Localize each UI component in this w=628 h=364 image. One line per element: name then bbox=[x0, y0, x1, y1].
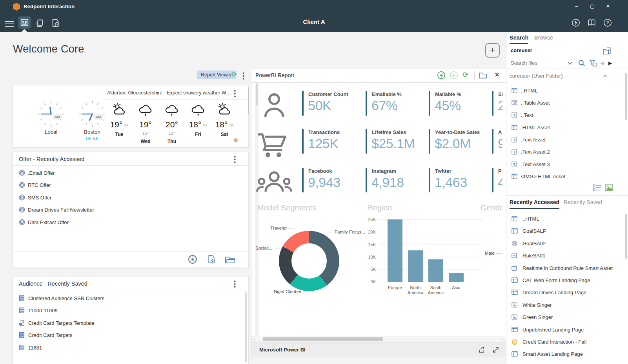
list-item[interactable]: GoalSA02 bbox=[512, 239, 546, 247]
close-report-icon[interactable]: ✕ bbox=[495, 71, 500, 78]
back-icon[interactable] bbox=[437, 71, 446, 80]
refresh-report-icon[interactable]: ⟳ bbox=[462, 71, 468, 79]
minimize-button[interactable]: – bbox=[571, 3, 582, 9]
weather-menu-icon[interactable]: ••• bbox=[234, 89, 236, 98]
weather-day: 19° 9° Tue bbox=[109, 103, 129, 137]
library-book-icon[interactable] bbox=[587, 18, 596, 27]
list-item[interactable]: GoalSALP bbox=[512, 227, 546, 235]
account-input[interactable] bbox=[510, 47, 598, 54]
report-scrollbar-thumb[interactable] bbox=[256, 83, 258, 105]
hscrollbar-track[interactable]: ‹ › bbox=[251, 336, 506, 342]
list-item-label: GoalSALP bbox=[522, 228, 546, 234]
list-item-label: Dream Drives Landing Page bbox=[522, 290, 586, 295]
list-item[interactable]: Credit Card Targets bbox=[19, 331, 72, 339]
list-item[interactable]: <IMG> HTML Asset bbox=[512, 172, 566, 180]
bar-chart-title: Region bbox=[367, 203, 392, 212]
thumbnail-view-icon[interactable] bbox=[605, 184, 613, 191]
model-segments-donut[interactable] bbox=[279, 231, 339, 291]
sidebar-scrollbar[interactable] bbox=[625, 73, 627, 120]
share-icon[interactable] bbox=[478, 346, 485, 353]
temp-high: 18° bbox=[215, 120, 228, 129]
list-item[interactable]: T .Text Asset 2 bbox=[512, 148, 550, 156]
y-tick: 15K bbox=[360, 242, 376, 247]
folder-section-title[interactable]: coreuser (User Folder) bbox=[510, 73, 563, 79]
tab-recently-accessed[interactable]: Recently Accessed bbox=[510, 199, 559, 205]
boston-clock bbox=[77, 99, 107, 129]
forward-icon[interactable] bbox=[450, 71, 458, 80]
powerbi-brand: Microsoft Power BI bbox=[259, 347, 306, 353]
list-item[interactable]: Data Extract Offer bbox=[19, 218, 69, 226]
list-item-label: ..Table Asset bbox=[521, 100, 550, 106]
list-item[interactable]: Credit Card Interaction - Fall bbox=[512, 338, 586, 346]
gender-label-male: Male bbox=[485, 251, 502, 255]
realtime-icon[interactable] bbox=[572, 18, 580, 27]
list-view-icon[interactable] bbox=[593, 184, 602, 191]
refresh-widget-icon[interactable]: ⟳ bbox=[231, 71, 237, 79]
list-item[interactable]: 11681 bbox=[19, 343, 42, 352]
list-item[interactable]: RTC Offer bbox=[19, 181, 51, 189]
list-item[interactable]: Unpublished Landing Page bbox=[512, 326, 584, 333]
list-item[interactable]: T .Text Asset 3 bbox=[512, 160, 550, 168]
region-bar-north-america bbox=[408, 250, 423, 282]
report-viewer-menu-icon[interactable]: ••• bbox=[242, 72, 244, 80]
region-bars bbox=[388, 219, 474, 282]
recent-scrollbar[interactable] bbox=[625, 214, 627, 259]
help-icon[interactable]: ? bbox=[603, 18, 612, 27]
list-item[interactable]: T .Text Asset bbox=[512, 136, 546, 143]
tab-recently-saved[interactable]: Recently Saved bbox=[564, 199, 602, 205]
hscrollbar-thumb[interactable] bbox=[263, 337, 383, 341]
list-item-label: ..Text bbox=[521, 112, 533, 118]
list-item[interactable]: 11000-11009 bbox=[19, 306, 58, 315]
list-item[interactable]: Smart Asset Landing Page bbox=[512, 350, 583, 358]
list-item[interactable]: Clustered Audience SSR Clusters bbox=[19, 294, 104, 302]
list-item[interactable]: .HTML Asset bbox=[512, 123, 550, 131]
list-item[interactable]: Realtime in Outbound Rule Smart Asset bbox=[512, 264, 613, 272]
rain-cloud-icon bbox=[164, 103, 180, 117]
weather-day: 20° 12° Thu bbox=[162, 103, 182, 144]
open-folder-icon[interactable] bbox=[225, 255, 235, 264]
list-item[interactable]: Dream Drives Landing Page bbox=[512, 288, 586, 296]
interaction-icon bbox=[512, 339, 517, 345]
list-item[interactable]: RuleSA01 bbox=[512, 252, 546, 259]
svg-text:T: T bbox=[513, 150, 515, 154]
next-result-icon[interactable]: ▶ bbox=[608, 60, 612, 66]
folder-icon[interactable] bbox=[479, 72, 487, 79]
favorite-star-icon[interactable] bbox=[188, 255, 197, 264]
scroll-left-icon[interactable]: ‹ bbox=[254, 337, 255, 342]
list-item[interactable]: Green Singer bbox=[512, 313, 553, 321]
list-item[interactable]: CAL Web Form Landing Page bbox=[512, 276, 590, 284]
list-item[interactable]: White Singer bbox=[512, 301, 552, 309]
report-viewer-badge[interactable]: Report Viewer bbox=[197, 71, 236, 79]
tab-search[interactable]: Search bbox=[510, 34, 528, 41]
new-file-icon[interactable] bbox=[206, 254, 216, 264]
close-button[interactable]: ✕ bbox=[602, 3, 614, 9]
add-widget-button[interactable]: + bbox=[485, 43, 500, 58]
fullscreen-icon[interactable] bbox=[492, 346, 499, 353]
maximize-button[interactable]: ▢ bbox=[586, 3, 598, 9]
app-window: Redpoint Interaction – ▢ ✕ C bbox=[0, 0, 628, 364]
kpi-label: Transactions bbox=[308, 129, 340, 135]
search-icon[interactable] bbox=[578, 60, 585, 67]
tab-browse[interactable]: Browse bbox=[534, 34, 553, 41]
scroll-right-icon[interactable]: › bbox=[502, 337, 503, 342]
list-item[interactable]: Dream Drives Fall Newsletter bbox=[19, 205, 94, 214]
folder-file-icon[interactable] bbox=[603, 47, 612, 55]
temp-low: 12° bbox=[169, 131, 175, 136]
region-bar-europe bbox=[388, 219, 402, 282]
chevron-down-icon[interactable] bbox=[567, 61, 573, 65]
search-files-input[interactable] bbox=[510, 60, 566, 66]
landing-page-icon bbox=[512, 327, 518, 332]
audience-panel-menu-icon[interactable]: ••• bbox=[234, 280, 236, 288]
filter-icon[interactable] bbox=[589, 60, 597, 67]
list-item[interactable]: SMS Offer bbox=[19, 193, 51, 202]
offer-panel-menu-icon[interactable]: ••• bbox=[234, 155, 236, 163]
list-item[interactable]: ..HTML bbox=[512, 87, 538, 94]
chevron-up-icon[interactable] bbox=[603, 74, 608, 78]
list-item[interactable]: T ..Text bbox=[512, 111, 533, 119]
list-item[interactable]: ..HTML bbox=[512, 215, 539, 223]
prev-result-icon[interactable]: ◀ bbox=[600, 60, 604, 66]
list-item[interactable]: ..Table Asset bbox=[512, 99, 550, 107]
list-item[interactable]: i Credit Card Targets Template bbox=[19, 319, 95, 327]
audience-scrollbar[interactable] bbox=[245, 292, 247, 362]
list-item[interactable]: .Email Offer bbox=[19, 168, 55, 177]
